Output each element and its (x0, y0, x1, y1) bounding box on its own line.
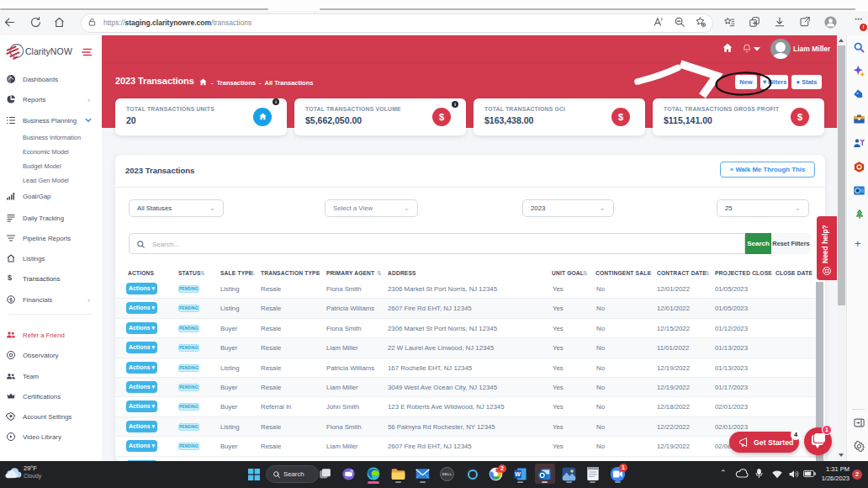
svg-text:W: W (515, 471, 521, 478)
